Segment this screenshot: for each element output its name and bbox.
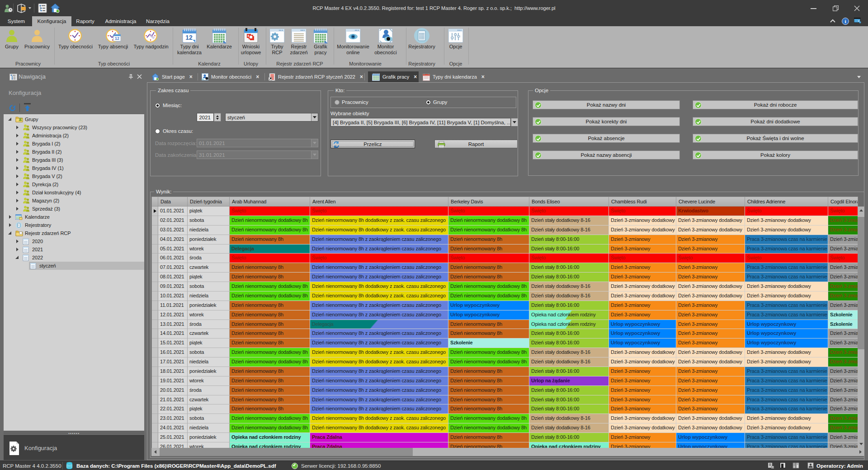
- svg-text:12: 12: [185, 34, 193, 41]
- svg-text:12: 12: [115, 36, 119, 41]
